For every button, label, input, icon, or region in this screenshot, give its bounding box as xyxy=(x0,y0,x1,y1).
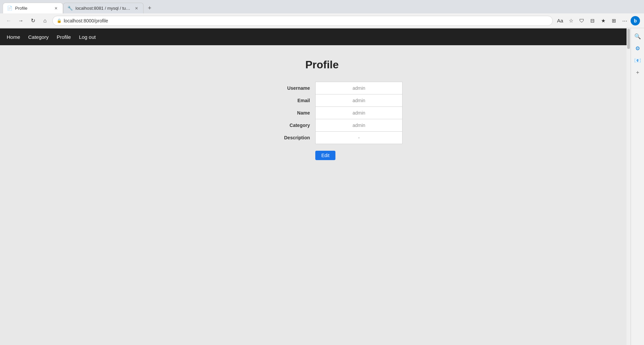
browser-essentials-button[interactable]: 🛡 xyxy=(577,16,586,25)
home-button[interactable]: ⌂ xyxy=(40,16,50,25)
favorites-button[interactable]: ☆ xyxy=(566,16,576,25)
page-content: Profile Username admin Email admin Name … xyxy=(0,45,644,345)
browser-content: Home Category Profile Log out Profile Us… xyxy=(0,28,644,345)
label-name: Name xyxy=(241,107,315,119)
value-category: admin xyxy=(315,119,402,131)
more-button[interactable]: ⋯ xyxy=(620,16,629,25)
read-aloud-button[interactable]: Aa xyxy=(555,16,565,25)
edit-button[interactable]: Edit xyxy=(315,151,335,160)
nav-bar: ← → ↻ ⌂ 🔒 localhost:8000/profile Aa ☆ 🛡 … xyxy=(0,13,644,28)
address-lock-icon: 🔒 xyxy=(57,18,62,23)
nav-right-buttons: Aa ☆ 🛡 ⊟ ★ ⊞ ⋯ b xyxy=(555,16,640,25)
favorites-bar-button[interactable]: ★ xyxy=(598,16,608,25)
nav-category[interactable]: Category xyxy=(28,34,49,40)
tab-title-mysql: localhost:8081 / mysql / tubes-d... xyxy=(75,6,131,11)
edge-profile-button[interactable]: b xyxy=(631,16,640,25)
tab-bar: 📄 Profile ✕ 🔧 localhost:8081 / mysql / t… xyxy=(0,0,644,13)
value-username: admin xyxy=(315,82,402,94)
label-category: Category xyxy=(241,119,315,131)
side-search-button[interactable]: 🔍 xyxy=(632,31,643,42)
new-tab-button[interactable]: + xyxy=(145,3,154,13)
tab-profile[interactable]: 📄 Profile ✕ xyxy=(3,3,63,13)
tab-mysql[interactable]: 🔧 localhost:8081 / mysql / tubes-d... ✕ xyxy=(63,3,144,13)
edit-button-wrapper: Edit xyxy=(241,144,402,160)
nav-profile[interactable]: Profile xyxy=(57,34,71,40)
tab-close-mysql[interactable]: ✕ xyxy=(134,6,139,11)
side-copilot-button[interactable]: ⚙ xyxy=(632,43,643,54)
forward-button[interactable]: → xyxy=(16,16,25,25)
app-navbar: Home Category Profile Log out xyxy=(0,28,644,45)
profile-row-email: Email admin xyxy=(241,94,402,107)
profile-row-username: Username admin xyxy=(241,82,402,94)
nav-home[interactable]: Home xyxy=(7,34,20,40)
tab-icon-profile: 📄 xyxy=(7,6,12,11)
side-outlook-button[interactable]: 📧 xyxy=(632,55,643,66)
refresh-button[interactable]: ↻ xyxy=(28,16,38,25)
page-title: Profile xyxy=(305,59,339,71)
value-email: admin xyxy=(315,94,402,107)
profile-table: Username admin Email admin Name admin Ca… xyxy=(241,82,402,144)
side-add-button[interactable]: ＋ xyxy=(632,67,643,78)
profile-row-name: Name admin xyxy=(241,107,402,119)
label-description: Description xyxy=(241,131,315,144)
value-name: admin xyxy=(315,107,402,119)
scrollbar[interactable] xyxy=(627,28,631,345)
scrollbar-thumb xyxy=(627,29,630,49)
label-email: Email xyxy=(241,94,315,107)
nav-logout[interactable]: Log out xyxy=(79,34,96,40)
address-bar[interactable]: 🔒 localhost:8000/profile xyxy=(52,16,553,26)
profile-row-category: Category admin xyxy=(241,119,402,131)
label-username: Username xyxy=(241,82,315,94)
back-button[interactable]: ← xyxy=(4,16,13,25)
side-panel: 🔍 ⚙ 📧 ＋ xyxy=(631,28,644,345)
value-description: - xyxy=(315,131,402,144)
address-text: localhost:8000/profile xyxy=(64,18,548,23)
profile-row-description: Description - xyxy=(241,131,402,144)
tab-title-profile: Profile xyxy=(15,6,51,11)
tab-close-profile[interactable]: ✕ xyxy=(53,6,59,11)
split-screen-button[interactable]: ⊟ xyxy=(588,16,597,25)
browser-chrome: 📄 Profile ✕ 🔧 localhost:8081 / mysql / t… xyxy=(0,0,644,28)
collections-button[interactable]: ⊞ xyxy=(609,16,619,25)
tab-icon-mysql: 🔧 xyxy=(67,6,73,11)
